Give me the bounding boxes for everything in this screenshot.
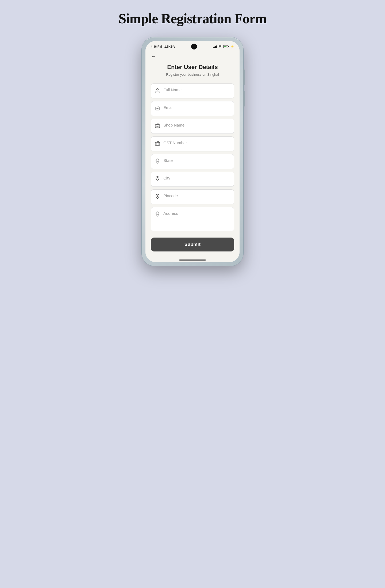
form-header: Enter User Details Register your busines… [151, 64, 234, 77]
svg-point-13 [157, 160, 158, 161]
status-time-data: 4:36 PM | 1.5KB/s [151, 45, 175, 48]
form-title: Enter User Details [151, 64, 234, 71]
battery-icon [223, 45, 229, 48]
wifi-icon [218, 45, 222, 48]
svg-point-14 [157, 178, 158, 179]
gst-number-field [151, 136, 234, 151]
state-location-icon [155, 158, 160, 165]
city-input[interactable] [163, 176, 230, 180]
address-location-icon [155, 211, 160, 218]
address-input[interactable] [163, 211, 230, 225]
email-input[interactable] [163, 105, 230, 110]
full-name-input[interactable] [163, 87, 230, 92]
state-input[interactable] [163, 158, 230, 163]
full-name-field [151, 83, 234, 98]
shop-name-field [151, 119, 234, 134]
status-icons: ⚡ [213, 45, 234, 48]
status-bar: 4:36 PM | 1.5KB/s ⚡ [145, 41, 240, 51]
screen-content: ← Enter User Details Register your busin… [145, 51, 240, 257]
address-field [151, 207, 234, 231]
email-icon [155, 105, 160, 112]
pincode-input[interactable] [163, 193, 230, 198]
svg-point-15 [157, 195, 158, 197]
submit-button[interactable]: Submit [151, 238, 234, 251]
lightning-icon: ⚡ [230, 45, 234, 48]
shop-name-input[interactable] [163, 123, 230, 127]
gst-number-input[interactable] [163, 140, 230, 145]
city-field [151, 172, 234, 187]
email-field [151, 101, 234, 116]
svg-point-0 [157, 89, 159, 90]
back-button[interactable]: ← [151, 53, 156, 59]
home-indicator [179, 259, 206, 261]
signal-icon [213, 45, 217, 48]
pincode-field [151, 189, 234, 204]
shop-icon [155, 123, 160, 130]
phone-screen: 4:36 PM | 1.5KB/s ⚡ [145, 41, 240, 262]
state-field [151, 154, 234, 169]
person-icon [155, 88, 160, 94]
camera-notch [191, 44, 197, 49]
city-location-icon [155, 176, 160, 183]
gst-icon [155, 141, 160, 147]
page-title: Simple Registration Form [118, 11, 267, 26]
phone-frame: 4:36 PM | 1.5KB/s ⚡ [142, 37, 243, 266]
pincode-location-icon [155, 194, 160, 200]
form-subtitle: Register your business on Singhal [151, 72, 234, 77]
svg-point-16 [157, 213, 158, 214]
